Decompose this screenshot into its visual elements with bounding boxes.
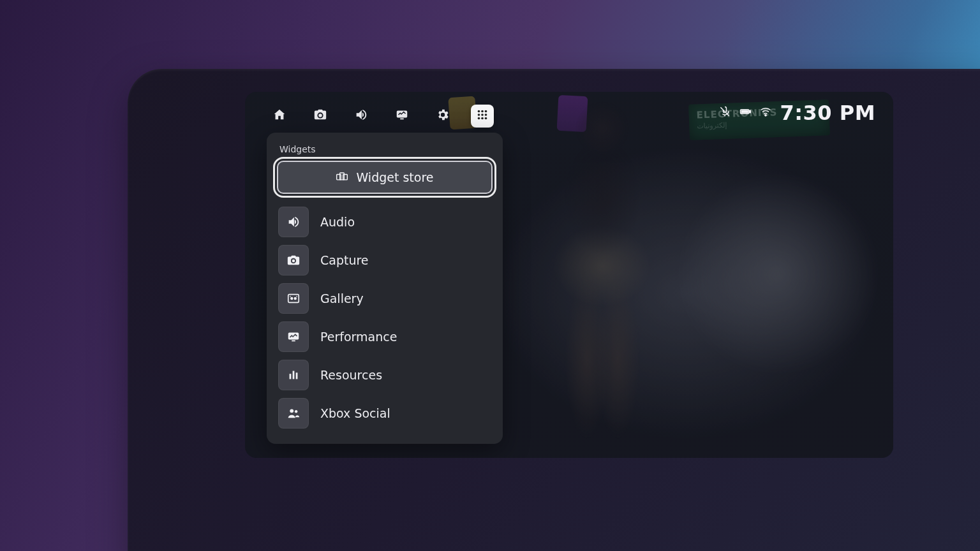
gear-icon: [436, 108, 450, 124]
widget-store-button[interactable]: Widget store: [277, 161, 493, 194]
widget-store-label: Widget store: [356, 170, 433, 184]
home-icon: [272, 108, 286, 124]
svg-rect-12: [742, 110, 748, 112]
svg-rect-22: [292, 341, 295, 342]
svg-point-14: [765, 115, 766, 116]
toolbar-home-button[interactable]: [267, 103, 292, 129]
grid-icon: [475, 108, 489, 124]
widget-item-label: Resources: [320, 368, 382, 382]
svg-point-8: [478, 117, 480, 120]
svg-rect-25: [296, 372, 298, 379]
widget-item-capture[interactable]: Capture: [277, 241, 493, 279]
performance-icon: [278, 321, 309, 352]
store-icon: [336, 170, 348, 185]
widget-item-label: Audio: [320, 215, 355, 229]
wifi-icon: [759, 105, 772, 121]
performance-icon: [395, 108, 409, 124]
svg-point-5: [478, 114, 480, 116]
status-bar: 7:30 PM: [718, 101, 875, 125]
widget-item-label: Gallery: [320, 291, 364, 305]
gamebar-toolbar: [267, 103, 494, 129]
clock: 7:30 PM: [780, 101, 875, 125]
svg-rect-1: [400, 119, 404, 120]
battery-icon: [739, 105, 752, 121]
svg-rect-24: [293, 371, 295, 379]
widget-item-label: Performance: [320, 330, 397, 344]
svg-point-27: [295, 410, 297, 413]
people-icon: [278, 398, 309, 429]
svg-point-10: [485, 117, 487, 120]
svg-point-19: [291, 298, 293, 300]
widget-item-resources[interactable]: Resources: [277, 356, 493, 394]
volume-icon: [278, 207, 309, 237]
widget-item-xbox-social[interactable]: Xbox Social: [277, 394, 493, 432]
svg-rect-13: [750, 110, 751, 112]
widgets-panel: Widgets Widget store Audio Capture Galle…: [267, 133, 503, 444]
svg-point-3: [481, 110, 484, 113]
svg-point-4: [485, 110, 487, 113]
volume-icon: [354, 108, 368, 124]
device-screen: ELECTRONICS إلكترونيات: [245, 92, 893, 458]
svg-point-26: [290, 409, 293, 413]
svg-rect-18: [288, 295, 299, 303]
widget-item-gallery[interactable]: Gallery: [277, 279, 493, 318]
widget-item-label: Xbox Social: [320, 406, 390, 420]
toolbar-performance-button[interactable]: [389, 103, 415, 129]
widget-item-audio[interactable]: Audio: [277, 203, 493, 241]
widget-item-label: Capture: [320, 253, 369, 267]
toolbar-capture-button[interactable]: [308, 103, 333, 129]
widgets-panel-title: Widgets: [279, 144, 490, 154]
toolbar-audio-button[interactable]: [348, 103, 374, 129]
camera-icon: [313, 108, 327, 124]
toolbar-settings-button[interactable]: [430, 103, 456, 129]
bars-icon: [278, 360, 309, 390]
mic-muted-icon: [718, 105, 731, 121]
camera-icon: [278, 245, 309, 276]
svg-point-9: [481, 117, 484, 120]
svg-point-2: [478, 110, 480, 113]
svg-point-20: [294, 298, 296, 300]
svg-point-6: [481, 114, 484, 116]
gallery-icon: [278, 283, 309, 314]
svg-rect-23: [290, 374, 292, 379]
svg-point-7: [485, 114, 487, 116]
toolbar-widgets-button[interactable]: [471, 105, 494, 128]
widget-item-performance[interactable]: Performance: [277, 318, 493, 356]
